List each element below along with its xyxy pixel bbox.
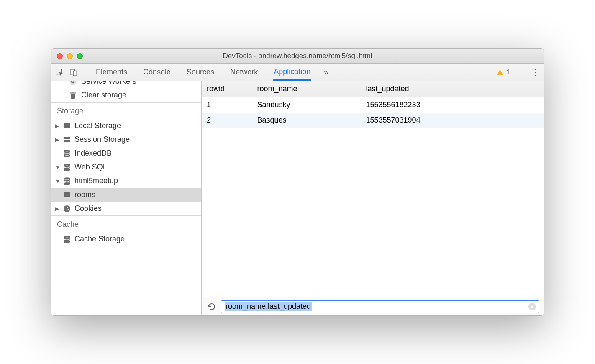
sidebar-item-service-workers[interactable]: Service Workers xyxy=(51,81,201,88)
svg-rect-14 xyxy=(64,140,67,142)
main-content: rowidroom_namelast_updated 1Sandusky1553… xyxy=(202,81,544,315)
sidebar-section-cache: Cache xyxy=(51,215,201,232)
sidebar-item-label: Local Storage xyxy=(74,121,121,130)
tree-arrow-icon: ▼ xyxy=(55,164,59,170)
svg-point-30 xyxy=(65,207,67,208)
svg-rect-15 xyxy=(67,140,70,142)
sidebar-item-rooms[interactable]: rooms xyxy=(51,188,201,202)
tree-arrow-icon: ▶ xyxy=(55,123,59,129)
svg-point-31 xyxy=(67,207,68,208)
svg-rect-10 xyxy=(64,126,67,128)
svg-rect-3 xyxy=(500,71,500,73)
sidebar-item-label: Clear storage xyxy=(81,91,126,100)
table-cell: Basques xyxy=(252,113,361,128)
application-sidebar: Service WorkersClear storage Storage▶Loc… xyxy=(51,81,202,315)
svg-rect-11 xyxy=(67,126,70,128)
tab-elements[interactable]: Elements xyxy=(95,64,128,81)
svg-rect-8 xyxy=(64,123,67,126)
sql-query-input[interactable]: room_name,last_updated xyxy=(221,300,539,313)
svg-rect-6 xyxy=(70,92,76,93)
table-cell: 2 xyxy=(202,113,252,128)
traffic-lights xyxy=(57,53,83,59)
sidebar-item-label: IndexedDB xyxy=(74,149,112,158)
svg-rect-13 xyxy=(67,137,70,139)
db-icon xyxy=(63,235,71,244)
db-icon xyxy=(63,149,71,158)
table-icon xyxy=(63,191,71,199)
query-bar: room_name,last_updated xyxy=(202,297,544,315)
sidebar-item-label: Web SQL xyxy=(74,163,107,172)
sidebar-item-label: rooms xyxy=(74,190,95,199)
sql-query-text: room_name,last_updated xyxy=(225,302,312,311)
table-cell: 1553557031904 xyxy=(361,113,544,128)
column-header-last_updated[interactable]: last_updated xyxy=(361,81,544,97)
sidebar-item-html5meetup[interactable]: ▼html5meetup xyxy=(51,174,201,188)
svg-point-32 xyxy=(66,209,67,210)
more-tabs-button[interactable]: » xyxy=(323,64,329,81)
device-toolbar-icon[interactable] xyxy=(69,68,78,77)
sidebar-item-cache-storage[interactable]: Cache Storage xyxy=(51,232,201,246)
table-icon xyxy=(63,122,71,130)
table-row[interactable]: 1Sandusky1553556182233 xyxy=(202,97,544,113)
sidebar-item-local-storage[interactable]: ▶Local Storage xyxy=(51,119,201,133)
svg-rect-12 xyxy=(64,137,67,139)
tab-console[interactable]: Console xyxy=(142,64,172,81)
sidebar-item-web-sql[interactable]: ▼Web SQL xyxy=(51,160,201,174)
tab-sources[interactable]: Sources xyxy=(186,64,215,81)
svg-rect-5 xyxy=(71,94,75,99)
db-icon xyxy=(63,163,71,172)
svg-rect-2 xyxy=(73,71,77,76)
svg-rect-9 xyxy=(67,123,70,126)
tree-arrow-icon: ▶ xyxy=(55,137,59,143)
sidebar-item-label: Cookies xyxy=(74,204,102,213)
websql-table-view: rowidroom_namelast_updated 1Sandusky1553… xyxy=(202,81,544,297)
trash-icon xyxy=(69,91,77,100)
minimize-window-button[interactable] xyxy=(67,53,73,59)
refresh-button[interactable] xyxy=(207,302,217,312)
svg-rect-27 xyxy=(64,195,67,197)
sidebar-item-label: Cache Storage xyxy=(74,235,125,244)
settings-menu-button[interactable]: ⋮ xyxy=(527,67,540,78)
warning-icon xyxy=(496,69,504,76)
clear-input-button[interactable] xyxy=(528,303,536,310)
sidebar-item-session-storage[interactable]: ▶Session Storage xyxy=(51,133,201,146)
titlebar: DevTools - andrew.hedges.name/html5/sql.… xyxy=(51,49,544,64)
devtools-window: DevTools - andrew.hedges.name/html5/sql.… xyxy=(51,48,544,316)
tab-application[interactable]: Application xyxy=(273,64,311,81)
table-row[interactable]: 2Basques1553557031904 xyxy=(202,113,544,128)
tab-network[interactable]: Network xyxy=(229,64,259,81)
window-title: DevTools - andrew.hedges.name/html5/sql.… xyxy=(56,52,539,60)
sidebar-item-label: Service Workers xyxy=(81,81,136,86)
close-window-button[interactable] xyxy=(57,53,63,59)
column-header-rowid[interactable]: rowid xyxy=(202,81,252,97)
svg-rect-26 xyxy=(67,192,70,195)
tree-arrow-icon: ▶ xyxy=(55,206,59,212)
cookie-icon xyxy=(63,205,71,213)
inspect-element-icon[interactable] xyxy=(55,68,64,77)
table-cell: Sandusky xyxy=(252,97,361,113)
gear-icon xyxy=(69,81,77,86)
tree-arrow-icon: ▼ xyxy=(55,178,59,184)
svg-point-33 xyxy=(68,209,69,210)
sidebar-item-indexeddb[interactable]: IndexedDB xyxy=(51,146,201,160)
svg-point-29 xyxy=(64,205,70,212)
sidebar-item-label: html5meetup xyxy=(74,177,118,185)
svg-rect-28 xyxy=(67,195,70,197)
svg-rect-25 xyxy=(64,192,67,195)
maximize-window-button[interactable] xyxy=(77,53,83,59)
svg-rect-4 xyxy=(500,74,500,74)
warning-count: 1 xyxy=(506,69,510,76)
table-cell: 1 xyxy=(202,97,252,113)
devtools-tabbar: ElementsConsoleSourcesNetworkApplication… xyxy=(51,64,544,81)
sidebar-item-cookies[interactable]: ▶Cookies xyxy=(51,202,201,215)
column-header-room_name[interactable]: room_name xyxy=(252,81,361,97)
sidebar-item-label: Session Storage xyxy=(74,135,130,144)
table-cell: 1553556182233 xyxy=(361,97,544,113)
sidebar-section-storage: Storage xyxy=(51,102,201,119)
svg-rect-7 xyxy=(72,92,74,92)
table-icon xyxy=(63,136,71,144)
warnings-indicator[interactable]: 1 xyxy=(496,64,515,81)
sidebar-item-clear-storage[interactable]: Clear storage xyxy=(51,88,201,102)
db-icon xyxy=(63,177,71,185)
